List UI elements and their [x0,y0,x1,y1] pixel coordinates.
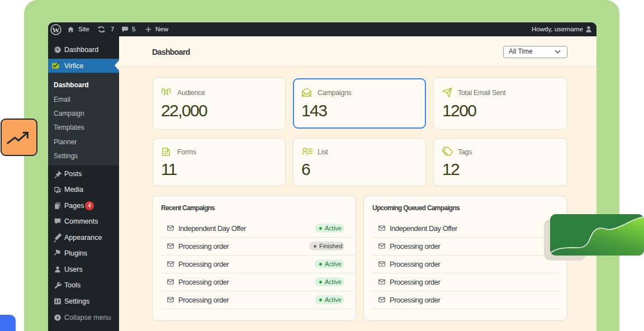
svg-text:W: W [52,26,60,34]
